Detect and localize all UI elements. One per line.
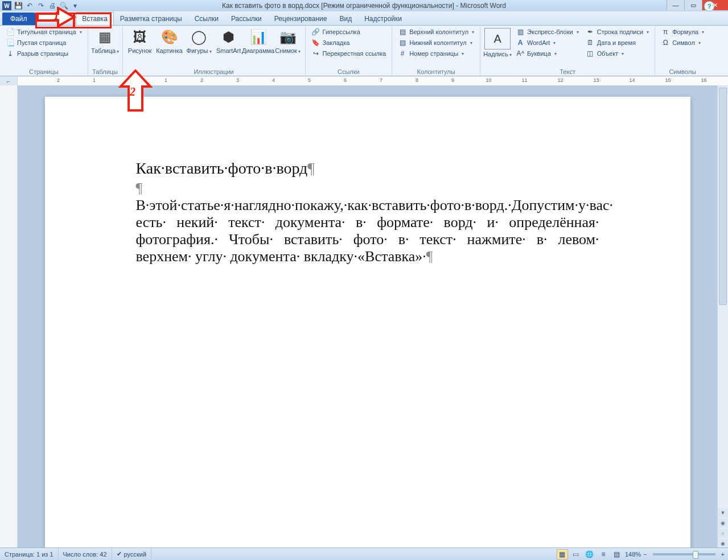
view-draft-button[interactable]: ▤ <box>611 549 623 559</box>
shapes-icon: ◯ <box>190 28 208 46</box>
maximize-button[interactable]: ▭ <box>684 0 702 10</box>
blank-page-button[interactable]: 📃Пустая страница <box>3 38 84 48</box>
symbol-button[interactable]: ΩСимвол <box>659 38 706 48</box>
smartart-button[interactable]: ⬢SmartArt <box>215 27 242 54</box>
pagenumber-button[interactable]: #Номер страницы <box>396 48 476 59</box>
group-symbols-label: Символы <box>659 68 706 76</box>
smartart-label: SmartArt <box>216 47 241 54</box>
cover-page-button[interactable]: 📄Титульная страница <box>3 27 84 37</box>
browse-object-icon[interactable]: ○ <box>718 529 728 538</box>
group-pages-label: Страницы <box>3 68 84 76</box>
wordart-label: WordArt <box>527 39 550 46</box>
status-wordcount[interactable]: Число слов: 42 <box>59 548 112 560</box>
table-button[interactable]: ▦ Таблица <box>92 27 119 55</box>
screenshot-button[interactable]: 📷Снимок <box>274 27 302 55</box>
prev-page-icon[interactable]: ◉ <box>718 518 728 528</box>
title-bar: W 💾 ↶ ↷ 🖨 🔍 ▾ Как вставить фото в ворд.d… <box>0 0 728 11</box>
word-icon: W <box>2 1 11 10</box>
zoom-slider[interactable] <box>653 553 715 555</box>
textbox-label: Надпись <box>483 51 512 59</box>
datetime-label: Дата и время <box>597 39 636 46</box>
signature-label: Строка подписи <box>597 28 643 35</box>
undo-icon[interactable]: ↶ <box>25 1 34 10</box>
screenshot-label: Снимок <box>275 47 301 55</box>
save-icon[interactable]: 💾 <box>14 1 23 10</box>
status-page[interactable]: Страница: 1 из 1 <box>0 548 59 560</box>
datetime-button[interactable]: 🗓Дата и время <box>583 38 651 48</box>
shapes-button[interactable]: ◯Фигуры <box>186 27 213 55</box>
screenshot-icon: 📷 <box>279 28 297 46</box>
table-label: Таблица <box>91 47 119 55</box>
view-web-button[interactable]: 🌐 <box>584 549 595 559</box>
minimize-button[interactable]: — <box>667 0 684 10</box>
tab-insert[interactable]: Вставка <box>76 12 114 25</box>
tab-view[interactable]: Вид <box>333 12 358 25</box>
page-break-button[interactable]: ⤓Разрыв страницы <box>3 48 84 59</box>
chart-button[interactable]: 📊Диаграмма <box>245 27 272 54</box>
dropcap-button[interactable]: AᴬБуквица <box>513 48 581 59</box>
crossref-button[interactable]: ↪Перекрестная ссылка <box>309 48 389 59</box>
annotation-number-1: 1 <box>54 9 59 22</box>
document-area[interactable]: Как·вставить·фото·в·ворд¶ ¶ В·этой·стать… <box>18 85 717 548</box>
object-button[interactable]: ◫Объект <box>583 48 651 59</box>
preview-icon[interactable]: 🔍 <box>59 1 68 10</box>
redo-icon[interactable]: ↷ <box>36 1 46 10</box>
hyperlink-button[interactable]: 🔗Гиперссылка <box>309 27 389 37</box>
zoom-percent[interactable]: 148% <box>625 551 641 558</box>
view-fullscreen-button[interactable]: ▭ <box>570 549 582 559</box>
scroll-down-icon[interactable]: ▼ <box>718 508 728 517</box>
group-pages: 📄Титульная страница 📃Пустая страница ⤓Ра… <box>0 26 88 76</box>
symbol-label: Символ <box>672 39 695 46</box>
bookmark-button[interactable]: 🔖Закладка <box>309 38 389 48</box>
picture-label: Рисунок <box>128 47 152 54</box>
tab-references[interactable]: Ссылки <box>188 12 225 25</box>
header-button[interactable]: ▤Верхний колонтитул <box>396 27 476 37</box>
next-page-icon[interactable]: ◉ <box>718 539 728 548</box>
group-links-label: Ссылки <box>309 68 389 76</box>
header-icon: ▤ <box>398 27 407 36</box>
zoom-out-button[interactable]: − <box>643 551 647 558</box>
status-language[interactable]: ✔русский <box>112 548 151 560</box>
textbox-button[interactable]: AНадпись <box>484 27 511 59</box>
page[interactable]: Как·вставить·фото·в·ворд¶ ¶ В·этой·стать… <box>45 97 690 548</box>
bookmark-icon: 🔖 <box>311 38 320 47</box>
equation-button[interactable]: πФормула <box>659 27 706 37</box>
document-heading[interactable]: Как·вставить·фото·в·ворд¶ <box>136 159 599 178</box>
scroll-thumb[interactable] <box>719 88 727 305</box>
chart-icon: 📊 <box>249 28 268 46</box>
footer-button[interactable]: ▤Нижний колонтитул <box>396 38 476 48</box>
tab-layout[interactable]: Разметка страницы <box>114 12 188 25</box>
clipart-button[interactable]: 🎨Картинка <box>156 27 183 54</box>
status-bar: Страница: 1 из 1 Число слов: 42 ✔русский… <box>0 547 728 560</box>
object-icon: ◫ <box>586 49 595 58</box>
ribbon: 📄Титульная страница 📃Пустая страница ⤓Ра… <box>0 26 728 76</box>
pagenumber-label: Номер страницы <box>409 50 458 57</box>
vertical-ruler[interactable] <box>0 85 18 548</box>
signature-button[interactable]: ✒Строка подписи <box>583 27 651 37</box>
horizontal-ruler[interactable]: 211234567891011121314151617 <box>18 77 728 86</box>
view-printlayout-button[interactable]: ▦ <box>557 549 568 559</box>
paragraph-empty[interactable]: ¶ <box>136 180 599 197</box>
clipart-label: Картинка <box>156 47 183 54</box>
wordart-button[interactable]: AWordArt <box>513 38 581 48</box>
group-tables-label: Таблицы <box>92 68 119 76</box>
quick-access-toolbar: W 💾 ↶ ↷ 🖨 🔍 ▾ <box>0 1 82 10</box>
paragraph-body-text: В·этой·статье·я·наглядно·покажу,·как·вст… <box>136 197 614 265</box>
document-heading-text: Как·вставить·фото·в·ворд <box>136 159 308 177</box>
tab-mailings[interactable]: Рассылки <box>225 12 268 25</box>
zoom-in-button[interactable]: + <box>721 551 725 558</box>
picture-button[interactable]: 🖼Рисунок <box>126 27 154 54</box>
paragraph-body[interactable]: В·этой·статье·я·наглядно·покажу,·как·вст… <box>136 197 599 265</box>
blank-page-label: Пустая страница <box>17 39 66 46</box>
quickparts-button[interactable]: ▥Экспресс-блоки <box>513 27 581 37</box>
vertical-scrollbar[interactable]: ▲ ▼ ◉ ○ ◉ <box>717 85 728 548</box>
zoom-slider-knob[interactable] <box>693 551 698 559</box>
pilcrow-icon: ¶ <box>426 248 433 265</box>
tab-review[interactable]: Рецензирование <box>268 12 334 25</box>
tab-addins[interactable]: Надстройки <box>358 12 408 25</box>
help-icon[interactable]: ? <box>704 1 714 11</box>
view-outline-button[interactable]: ≡ <box>598 549 609 559</box>
tab-file[interactable]: Файл <box>2 13 35 25</box>
qat-more-icon[interactable]: ▾ <box>71 1 80 10</box>
header-label: Верхний колонтитул <box>409 28 468 35</box>
